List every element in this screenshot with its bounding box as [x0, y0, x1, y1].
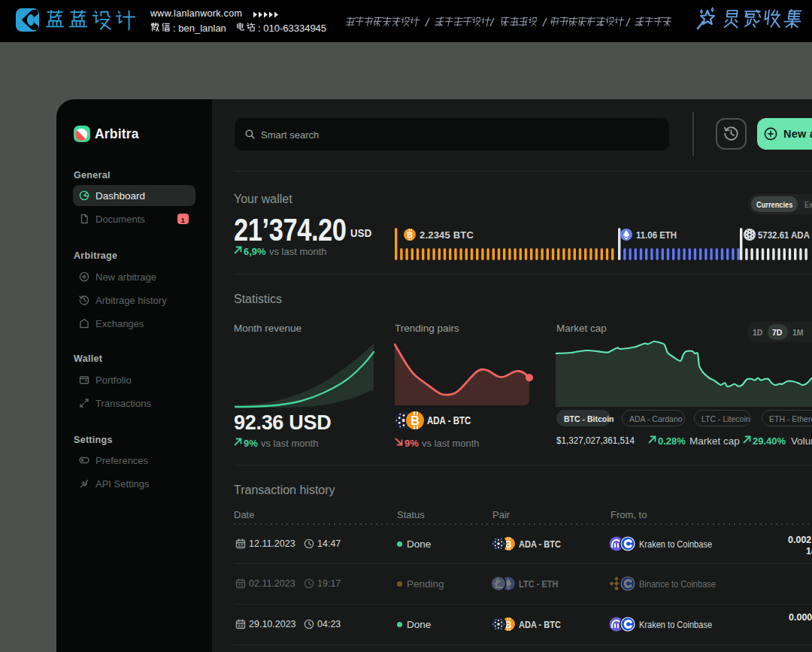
svg-text:B: B — [407, 230, 413, 239]
svg-text:B: B — [411, 414, 420, 427]
